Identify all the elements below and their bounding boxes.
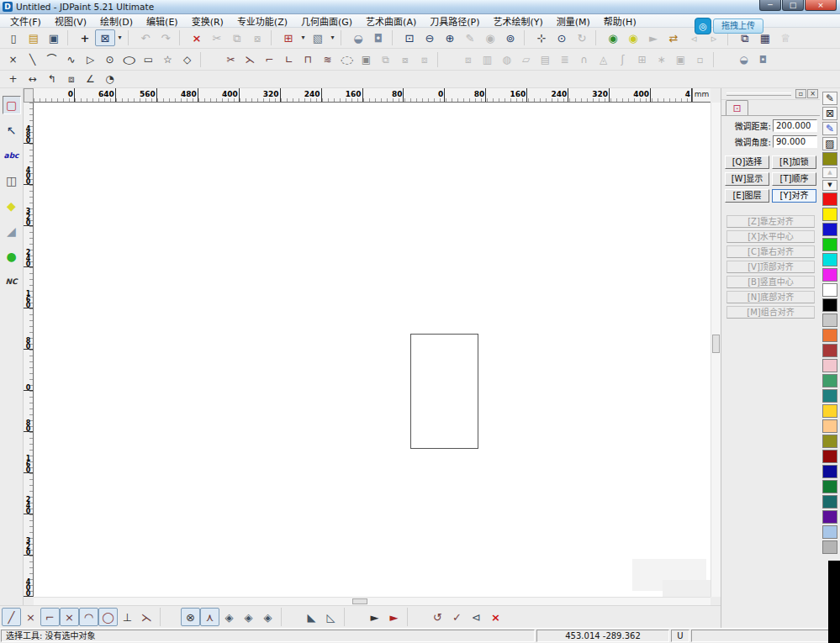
panel-button-display[interactable]: [W]显示	[725, 172, 769, 186]
panel-button-select[interactable]: [Q]选择	[725, 155, 769, 169]
offset-icon[interactable]: ⊓	[298, 51, 318, 68]
menu-draw[interactable]: 绘制(D)	[93, 13, 140, 29]
redo-icon[interactable]: ↷	[156, 29, 176, 46]
color-swatch-orange[interactable]	[822, 329, 837, 342]
color-swatch-sea-green[interactable]	[822, 374, 837, 387]
color-swatch-black[interactable]	[822, 298, 837, 312]
emboss-icon[interactable]: ◬	[594, 51, 613, 68]
delete-icon[interactable]: ×	[187, 29, 207, 46]
group-icon[interactable]: ▥	[478, 51, 497, 68]
nc-output-tool[interactable]: NC	[3, 272, 21, 291]
panel-tab-select[interactable]: ⊡	[726, 100, 748, 115]
measure-distance-icon[interactable]: ↔	[23, 71, 42, 87]
select-tool[interactable]: ▢	[3, 96, 21, 114]
color-swatch-teal[interactable]	[822, 389, 837, 403]
region-icon[interactable]: ▫	[690, 51, 710, 68]
open-file-icon[interactable]: ▤	[24, 29, 44, 46]
save-file-icon[interactable]: ▣	[44, 29, 64, 46]
close-button[interactable]: ×	[805, 0, 837, 11]
menu-art-draw[interactable]: 艺术绘制(Y)	[486, 13, 549, 29]
color-swatch-gold[interactable]	[822, 404, 837, 418]
horizontal-scrollbar[interactable]	[34, 597, 711, 605]
pattern-fill-icon[interactable]: ▨	[822, 137, 837, 150]
cursor-remove-icon[interactable]: ►	[384, 608, 404, 626]
refresh-view-icon[interactable]: ↻	[572, 29, 592, 46]
light-off-icon[interactable]: ◉	[623, 29, 643, 46]
upload-badge[interactable]: ◎ 拖拽上传	[695, 18, 763, 34]
snap-center-icon[interactable]: ⊗	[181, 608, 200, 626]
measure-rect-icon[interactable]: ⧈	[61, 71, 81, 87]
shade-view-a-icon[interactable]: ◒	[734, 51, 753, 68]
palette-scroll-up[interactable]: ▲	[822, 167, 837, 178]
transform-tool[interactable]: ◫	[3, 171, 21, 190]
color-swatch-maroon[interactable]	[822, 450, 837, 463]
art-light-tool[interactable]: ◆	[3, 197, 21, 215]
work-plane-move-icon[interactable]: ◺	[321, 608, 341, 626]
color-swatch-olive[interactable]	[822, 435, 837, 448]
extend-icon[interactable]: ⋋	[240, 51, 260, 68]
color-swatch-white[interactable]	[822, 283, 837, 297]
vertical-scrollbar-thumb[interactable]	[712, 335, 720, 353]
menu-view[interactable]: 视图(V)	[48, 13, 93, 29]
color-swatch-navy[interactable]	[822, 465, 837, 478]
stack-align-icon[interactable]: ▤	[536, 51, 555, 68]
pattern-array-icon[interactable]: ∗	[652, 51, 671, 68]
color-swatch-gray[interactable]	[822, 314, 837, 327]
align-group-button[interactable]: [M]组合对齐	[726, 306, 815, 319]
draw-polygon-icon[interactable]: ◇	[177, 51, 197, 68]
node-edit-tool[interactable]: ↖	[3, 121, 21, 140]
nudge-angle-field[interactable]: 90.000	[773, 135, 817, 148]
align-top-button[interactable]: [V]顶部对齐	[726, 261, 815, 273]
snap-grid-front-icon[interactable]: ◈	[239, 608, 258, 626]
surface-display-icon[interactable]: ◒	[348, 29, 368, 46]
snap-grid-side-icon[interactable]: ◈	[258, 608, 277, 626]
panel-button-lock[interactable]: [R]加锁	[772, 155, 816, 169]
snap-grid-iso-icon[interactable]: ◈	[219, 608, 239, 626]
weld-icon[interactable]: ⧈	[458, 51, 478, 68]
color-swatch-dark-teal[interactable]	[822, 495, 837, 509]
menu-art-surface[interactable]: 艺术曲面(A)	[359, 13, 423, 29]
horizontal-scrollbar-thumb[interactable]	[352, 598, 367, 604]
snap-node-icon[interactable]: ⋏	[200, 608, 219, 626]
panel-collapse-button[interactable]: ▫	[795, 89, 806, 98]
color-swatch-purple[interactable]	[822, 510, 837, 524]
cut-icon[interactable]: ✂	[207, 29, 227, 46]
color-swatch-pink[interactable]	[822, 359, 837, 372]
snap-intersection-icon[interactable]: ×	[60, 608, 79, 626]
color-swatch-peach[interactable]	[822, 419, 837, 433]
chamfer-icon[interactable]: ∟	[279, 51, 298, 68]
zoom-window-icon[interactable]: ⊡	[399, 29, 420, 46]
align-hcenter-button[interactable]: [X]水平中心	[726, 230, 815, 243]
fillet-icon[interactable]: ⌐	[260, 51, 279, 68]
array-shape-icon[interactable]: ⧈	[415, 51, 434, 68]
crosshair-tool-icon[interactable]: +	[75, 29, 95, 46]
bridge-icon[interactable]: ∩	[574, 51, 594, 68]
vertical-scrollbar[interactable]	[711, 103, 721, 597]
light-pointer-icon[interactable]: ►	[643, 29, 663, 46]
menu-measure[interactable]: 测量(M)	[550, 13, 597, 29]
maximize-button[interactable]: □	[782, 0, 804, 11]
snap-circle-icon[interactable]: ◯	[98, 608, 118, 626]
minimize-button[interactable]: ─	[759, 0, 781, 11]
menu-help[interactable]: 帮助(H)	[597, 13, 643, 29]
list-array-icon[interactable]: ≣	[555, 51, 574, 68]
snap-rotate-icon[interactable]: ↺	[428, 608, 447, 626]
drawn-rectangle[interactable]	[410, 334, 478, 449]
new-file-icon[interactable]: ▯	[3, 29, 24, 46]
grid-array-icon[interactable]: ⊞	[632, 51, 652, 68]
color-swatch-red[interactable]	[822, 192, 837, 206]
menu-professional[interactable]: 专业功能(Z)	[230, 13, 294, 29]
knife-tool[interactable]: ◢	[3, 222, 21, 240]
zoom-actual-icon[interactable]: ⊙	[552, 29, 572, 46]
snap-pick-box-icon[interactable]: ⊲	[467, 608, 486, 626]
panel-button-align[interactable]: [Y]对齐	[772, 189, 816, 203]
color-swatch-magenta[interactable]	[822, 268, 837, 282]
transform-tool-icon[interactable]: ⊞	[278, 29, 298, 46]
snap-tangent-line-icon[interactable]: ⋋	[137, 608, 156, 626]
view-edit-icon[interactable]: ✎	[460, 29, 480, 46]
align-left-button[interactable]: [Z]靠左对齐	[726, 215, 815, 228]
drawing-canvas[interactable]	[34, 103, 711, 597]
shade-view-b-icon[interactable]: ◘	[753, 51, 773, 68]
align-right-button[interactable]: [C]靠右对齐	[726, 245, 815, 258]
cursor-pick-icon[interactable]: ►	[365, 608, 384, 626]
